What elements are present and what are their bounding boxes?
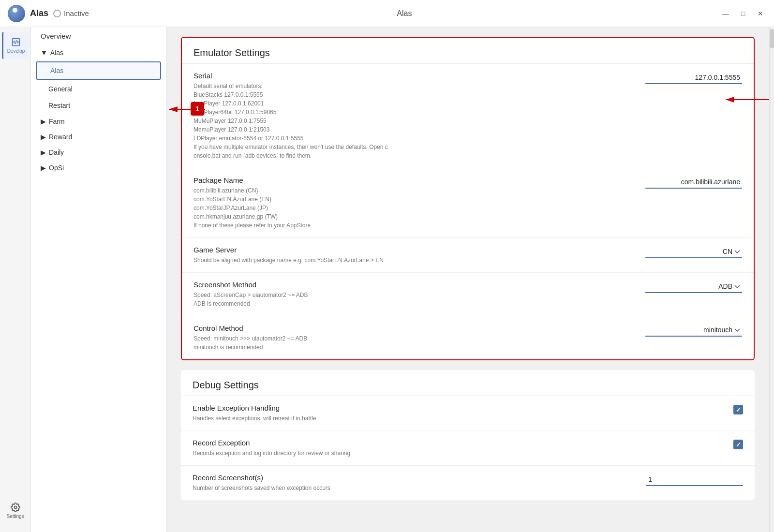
record-screenshots-desc: Number of screenshots saved when excepti…	[193, 484, 637, 492]
sidebar-item-general[interactable]: General	[31, 81, 166, 97]
debug-settings-card: Debug Settings Enable Exception Handling…	[181, 370, 755, 500]
record-exception-label-area: Record Exception Records exception and l…	[193, 439, 637, 458]
alas-group-arrow: ▼	[41, 49, 47, 57]
serial-row: Serial Default serial of emulators: Blue…	[182, 64, 754, 168]
develop-icon-label: Develop	[7, 48, 25, 54]
sidebar-group-reward[interactable]: ▶ Reward	[31, 129, 166, 145]
reward-label: Reward	[49, 133, 72, 141]
package-label: Package Name	[194, 176, 636, 184]
emulator-card-title: Emulator Settings	[182, 38, 754, 64]
exception-label-area: Enable Exception Handling Handles select…	[193, 404, 637, 423]
game-server-label-area: Game Server Should be aligned with packa…	[194, 246, 636, 265]
daily-arrow: ▶	[41, 148, 46, 156]
record-screenshots-control	[646, 473, 743, 486]
opsi-arrow: ▶	[41, 164, 46, 172]
record-screenshots-row: Record Screenshot(s) Number of screensho…	[181, 466, 755, 500]
serial-desc: Default serial of emulators: BlueStacks …	[194, 82, 636, 160]
record-exception-label: Record Exception	[193, 439, 637, 447]
package-name-row: Package Name com.bilibili.azurlane (CN) …	[182, 168, 754, 238]
window-controls: — □ ✕	[720, 8, 766, 19]
game-server-desc: Should be aligned with package name e.g.…	[194, 256, 636, 265]
sidebar-item-alas[interactable]: Alas	[36, 61, 161, 80]
minimize-button[interactable]: —	[720, 8, 731, 19]
app-name: Alas	[30, 8, 48, 18]
game-server-select[interactable]: CN EN JP TW	[645, 247, 742, 258]
sidebar-item-restart[interactable]: Restart	[31, 97, 166, 114]
sidebar-group-alas[interactable]: ▼ Alas	[31, 45, 166, 60]
sidebar-icon-settings[interactable]: Settings	[2, 497, 29, 524]
exception-label: Enable Exception Handling	[193, 404, 637, 412]
debug-card-title: Debug Settings	[181, 370, 755, 396]
farm-label: Farm	[49, 118, 65, 125]
sidebar-group-opsi[interactable]: ▶ OpSi	[31, 160, 166, 176]
sidebar-item-general-label: General	[48, 85, 73, 93]
package-input[interactable]	[645, 177, 742, 189]
sidebar-icon-develop[interactable]: Develop	[2, 32, 29, 59]
sidebar-item-alas-label: Alas	[50, 67, 63, 74]
control-label-area: Control Method Speed: minitouch >>> uiau…	[194, 324, 636, 352]
record-exception-control	[646, 439, 743, 449]
control-label: Control Method	[194, 324, 636, 332]
daily-label: Daily	[49, 148, 64, 156]
titlebar: Alas Inactive Alas — □ ✕	[0, 0, 774, 27]
record-exception-row: Record Exception Records exception and l…	[181, 431, 755, 466]
package-desc: com.bilibili.azurlane (CN) com.YoStarEN.…	[194, 186, 636, 230]
sidebar-group-daily[interactable]: ▶ Daily	[31, 145, 166, 160]
control-control: minitouch uiautomator2 ADB	[645, 324, 742, 337]
sidebar-overview[interactable]: Overview	[31, 27, 166, 45]
farm-arrow: ▶	[41, 118, 46, 125]
svg-point-1	[14, 506, 16, 509]
game-server-label: Game Server	[194, 246, 636, 254]
titlebar-center-title: Alas	[89, 9, 720, 18]
record-screenshots-label: Record Screenshot(s)	[193, 473, 637, 482]
package-label-area: Package Name com.bilibili.azurlane (CN) …	[194, 176, 636, 230]
app-logo	[8, 5, 25, 22]
status-circle	[53, 10, 61, 17]
serial-label-area: Serial Default serial of emulators: Blue…	[194, 72, 636, 160]
record-screenshots-label-area: Record Screenshot(s) Number of screensho…	[193, 473, 637, 492]
screenshot-desc: Speed: aScreenCap > uiautomator2 ~= ADB …	[194, 291, 636, 308]
close-button[interactable]: ✕	[755, 8, 766, 19]
alas-group-label: Alas	[50, 49, 63, 57]
record-exception-checkbox[interactable]	[733, 440, 743, 449]
record-screenshots-input[interactable]	[646, 474, 743, 486]
exception-checkbox[interactable]	[733, 405, 743, 414]
serial-label: Serial	[194, 72, 636, 80]
screenshot-method-row: Screenshot Method Speed: aScreenCap > ui…	[182, 273, 754, 316]
control-select[interactable]: minitouch uiautomator2 ADB	[645, 325, 742, 337]
status-area: Inactive	[53, 9, 89, 17]
status-label: Inactive	[64, 9, 89, 17]
screenshot-control: ADB aScreenCap uiautomator2	[645, 281, 742, 293]
screenshot-label: Screenshot Method	[194, 281, 636, 289]
game-server-row: Game Server Should be aligned with packa…	[182, 238, 754, 273]
scrollbar[interactable]	[769, 27, 774, 532]
game-server-control: CN EN JP TW	[645, 246, 742, 258]
control-method-row: Control Method Speed: minitouch >>> uiau…	[182, 316, 754, 359]
sidebar-item-restart-label: Restart	[48, 102, 70, 109]
record-exception-desc: Records exception and log into directory…	[193, 449, 637, 458]
sidebar-group-farm[interactable]: ▶ Farm	[31, 114, 166, 129]
main-layout: Develop Settings Overview ▼ Alas Alas Ge…	[0, 27, 774, 532]
serial-input[interactable]	[645, 73, 742, 84]
reward-arrow: ▶	[41, 133, 46, 141]
scrollbar-thumb[interactable]	[770, 29, 774, 48]
emulator-settings-card: Emulator Settings Serial Default serial …	[181, 37, 755, 360]
exception-control	[646, 404, 743, 414]
settings-icon-label: Settings	[6, 514, 24, 519]
exception-desc: Handles select exceptions, will retreat …	[193, 414, 637, 423]
package-control	[645, 176, 742, 189]
maximize-button[interactable]: □	[737, 8, 749, 19]
opsi-label: OpSi	[49, 164, 64, 172]
serial-control	[645, 72, 742, 84]
icon-sidebar: Develop Settings	[0, 27, 31, 532]
nav-sidebar: Overview ▼ Alas Alas General Restart ▶ F…	[31, 27, 166, 532]
screenshot-select[interactable]: ADB aScreenCap uiautomator2	[645, 281, 742, 293]
control-desc: Speed: minitouch >>> uiautomator2 ~= ADB…	[194, 334, 636, 352]
exception-handling-row: Enable Exception Handling Handles select…	[181, 396, 755, 431]
main-content: Emulator Settings Serial Default serial …	[166, 27, 769, 532]
screenshot-label-area: Screenshot Method Speed: aScreenCap > ui…	[194, 281, 636, 308]
